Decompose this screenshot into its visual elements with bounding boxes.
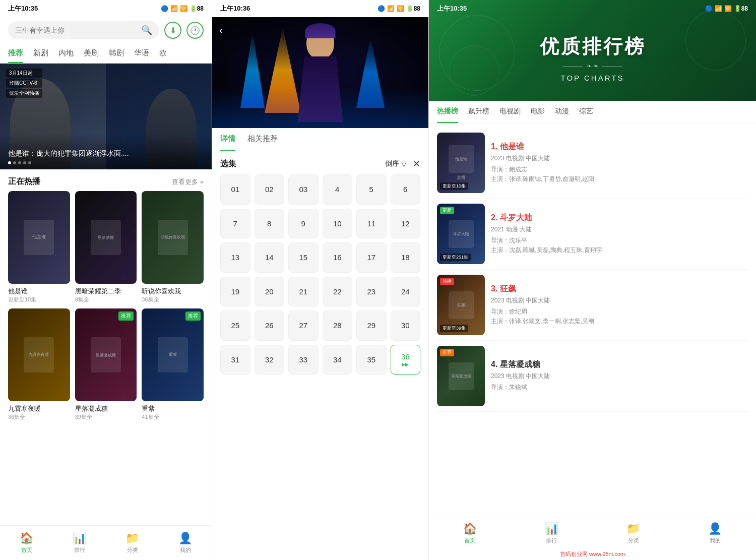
chart-item-1[interactable]: 他是谁 剧照 更新至10集 1. 他是谁 2023 电视剧 中国大陆 导演：鲍成… — [437, 128, 748, 199]
hero-banner[interactable]: 3月14日起 登陆CCTV-8 优爱全网独播 他是谁：庞大的犯罪集团逐渐浮水面.… — [0, 64, 212, 169]
tab-related[interactable]: 相关推荐 — [247, 128, 278, 151]
left-status-icons: 🔵 📶 🛜 🔋88 — [161, 5, 204, 12]
chart-cast-3: 主演：张译,张颂文,李一桐,张志坚,吴刚 — [491, 317, 748, 326]
episode-06[interactable]: 6 — [391, 174, 421, 205]
episode-32[interactable]: 32 — [255, 345, 285, 375]
drama-item-3[interactable]: 听说你喜欢我 听说你喜欢我 36集全 — [142, 191, 204, 303]
right-tab-tv[interactable]: 电视剧 — [499, 101, 521, 123]
chart-item-4[interactable]: 星落凝成糖 推荐 4. 星落凝成糖 2023 电视剧 中国大陆 导演：朱锐斌 — [437, 341, 748, 412]
sort-button[interactable]: 倒序 ▽ — [385, 159, 407, 168]
bluetooth-icon: 🔵 — [161, 5, 168, 12]
episode-04[interactable]: 4 — [323, 174, 353, 205]
chart-info-2: 2. 斗罗大陆 2021 动漫 大陆 导演：沈乐平 主演：沈磊,羅巇,吴磊,陶典… — [491, 204, 748, 264]
right-nav-home[interactable]: 🏠 首页 — [429, 522, 511, 544]
episode-33[interactable]: 33 — [288, 345, 319, 375]
episode-14[interactable]: 14 — [255, 242, 285, 273]
nav-rank[interactable]: 📊 排行 — [53, 530, 106, 556]
episode-28[interactable]: 28 — [323, 310, 353, 341]
tab-recommend[interactable]: 推荐 — [8, 43, 23, 63]
episode-27[interactable]: 27 — [288, 310, 319, 341]
nav-home[interactable]: 🏠 首页 — [0, 530, 53, 556]
back-button[interactable]: ‹ — [219, 24, 223, 37]
episode-34[interactable]: 34 — [323, 345, 353, 375]
history-button[interactable]: 🕐 — [186, 22, 204, 39]
episode-13[interactable]: 13 — [220, 242, 250, 273]
tab-us[interactable]: 美剧 — [84, 43, 99, 63]
chart-badge-3: 热播 — [440, 278, 454, 285]
episode-07[interactable]: 7 — [220, 209, 250, 239]
drama-item-1[interactable]: 他是谁 他是谁 更新至10集 — [8, 191, 70, 303]
episode-30[interactable]: 30 — [391, 310, 421, 341]
drama-badge-6: 推荐 — [185, 312, 201, 321]
drama-ep-2: 8集全 — [75, 296, 137, 303]
episode-05[interactable]: 5 — [356, 174, 387, 205]
tab-mainland[interactable]: 内地 — [58, 43, 74, 63]
mid-spacer — [212, 375, 428, 385]
chart-rank-3: 3. 狂飙 — [491, 284, 748, 294]
close-episodes-button[interactable]: ✕ — [413, 158, 420, 169]
episode-19[interactable]: 19 — [220, 277, 250, 307]
right-tab-movie[interactable]: 电影 — [531, 101, 545, 123]
episode-10[interactable]: 10 — [323, 209, 353, 239]
episode-17[interactable]: 17 — [356, 242, 387, 273]
search-input[interactable] — [15, 26, 137, 34]
tab-detail[interactable]: 详情 — [220, 128, 235, 151]
episode-09[interactable]: 9 — [288, 209, 319, 239]
wifi-icon: 🛜 — [180, 5, 187, 12]
search-icon[interactable]: 🔍 — [141, 25, 152, 36]
tab-korean[interactable]: 韩剧 — [109, 43, 124, 63]
episode-31[interactable]: 31 — [220, 345, 250, 375]
episode-36-active[interactable]: 36 ▶▶ — [391, 345, 421, 375]
episode-15[interactable]: 15 — [288, 242, 319, 273]
right-rank-label: 排行 — [546, 537, 557, 544]
hot-section-title: 正在热播 — [8, 176, 40, 187]
tab-europe[interactable]: 欧 — [159, 43, 167, 63]
episode-02[interactable]: 02 — [255, 174, 285, 205]
right-nav-category[interactable]: 📁 分类 — [593, 522, 674, 544]
episode-20[interactable]: 20 — [255, 277, 285, 307]
right-tab-hot[interactable]: 热播榜 — [437, 101, 458, 123]
search-input-wrap[interactable]: 🔍 — [8, 21, 159, 39]
nav-category[interactable]: 📁 分类 — [106, 530, 159, 556]
drama-item-5[interactable]: 推荐 星落凝成糖 星落凝成糖 39集全 — [75, 308, 137, 421]
mid-status-bar: 上午10:36 🔵 📶 🛜 🔋88 — [212, 0, 428, 17]
episode-16[interactable]: 16 — [323, 242, 353, 273]
episode-35[interactable]: 35 — [356, 345, 387, 375]
right-tab-variety[interactable]: 综艺 — [579, 101, 593, 123]
episode-22[interactable]: 22 — [323, 277, 353, 307]
mid-battery-icon: 🔋88 — [406, 5, 420, 12]
drama-item-2[interactable]: 黑暗荣耀 黑暗荣耀第二季 8集全 — [75, 191, 137, 303]
episode-08[interactable]: 8 — [255, 209, 285, 239]
mid-status-icons: 🔵 📶 🛜 🔋88 — [377, 5, 420, 12]
episode-21[interactable]: 21 — [288, 277, 319, 307]
episode-29[interactable]: 29 — [356, 310, 387, 341]
episode-26[interactable]: 26 — [255, 310, 285, 341]
right-nav-rank[interactable]: 📊 排行 — [511, 522, 592, 544]
right-tab-anime[interactable]: 动漫 — [555, 101, 569, 123]
episode-24[interactable]: 24 — [391, 277, 421, 307]
nav-profile[interactable]: 👤 我的 — [159, 530, 212, 556]
episode-01[interactable]: 01 — [220, 174, 250, 205]
nav-profile-label: 我的 — [180, 546, 191, 554]
episode-12[interactable]: 12 — [391, 209, 421, 239]
chart-item-3[interactable]: 狂飙 热播 更新至39集 3. 狂飙 2023 电视剧 中国大陆 导演：徐纪周 … — [437, 270, 748, 341]
mid-hero-banner[interactable]: ‹ — [212, 17, 428, 128]
drama-item-4[interactable]: 九霄寒夜暖 九霄寒夜暖 36集全 — [8, 308, 70, 421]
tab-new[interactable]: 新剧 — [33, 43, 48, 63]
episode-25[interactable]: 25 — [220, 310, 250, 341]
hot-section-more[interactable]: 查看更多 » — [172, 177, 204, 186]
episode-11[interactable]: 11 — [356, 209, 387, 239]
right-nav-profile[interactable]: 👤 我的 — [674, 522, 756, 544]
drama-thumb-3: 听说你喜欢我 — [142, 191, 204, 284]
episode-23[interactable]: 23 — [356, 277, 387, 307]
chart-meta-1: 2023 电视剧 中国大陆 — [491, 154, 748, 163]
right-tab-rising[interactable]: 飙升榜 — [468, 101, 489, 123]
episode-18[interactable]: 18 — [391, 242, 421, 273]
episodes-controls: 倒序 ▽ ✕ — [385, 158, 420, 169]
left-status-bar: 上午10:35 🔵 📶 🛜 🔋88 — [0, 0, 212, 17]
chart-item-2[interactable]: 斗罗大陆 更新 更新至251集 2. 斗罗大陆 2021 动漫 大陆 导演：沈乐… — [437, 199, 748, 270]
tab-chinese[interactable]: 华语 — [134, 43, 149, 63]
download-button[interactable]: ⬇ — [164, 22, 181, 39]
episode-03[interactable]: 03 — [288, 174, 319, 205]
drama-item-6[interactable]: 推荐 重紫 重紫 41集全 — [142, 308, 204, 421]
